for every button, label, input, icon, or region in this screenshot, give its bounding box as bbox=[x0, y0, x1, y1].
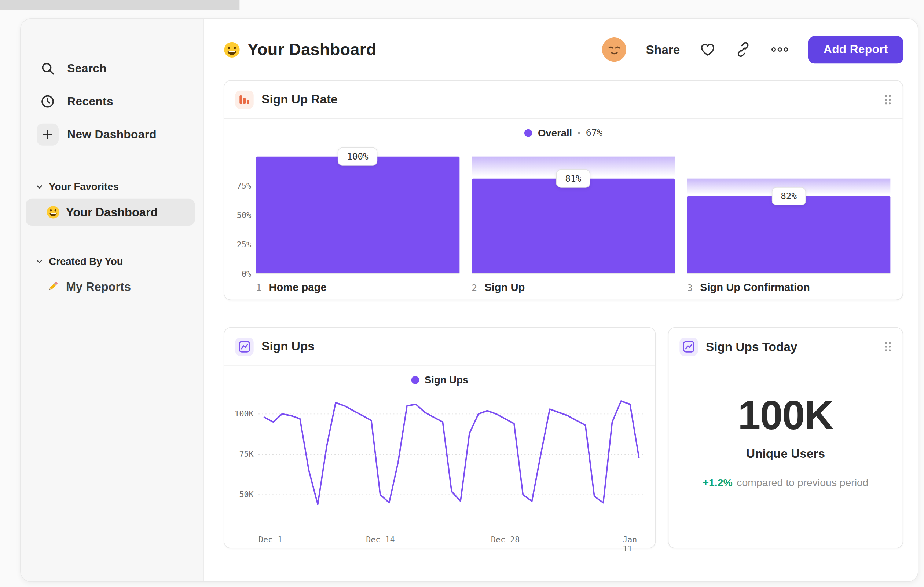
delta-note: compared to previous period bbox=[737, 477, 868, 489]
favorite-heart-icon[interactable] bbox=[700, 41, 715, 57]
card-header: Sign Ups bbox=[224, 327, 655, 365]
sidebar-item-your-dashboard[interactable]: Your Dashboard bbox=[26, 199, 195, 226]
search-icon bbox=[37, 58, 59, 79]
signups-series-line bbox=[264, 401, 639, 504]
step-name: Sign Up Confirmation bbox=[700, 281, 810, 294]
dashboard-row: Sign Ups Sign Ups 100K 75K 50K bbox=[224, 327, 903, 549]
funnel-bar-area: 81% bbox=[472, 157, 675, 274]
legend-label: Sign Ups bbox=[425, 374, 468, 385]
card-title: Sign Up Rate bbox=[261, 93, 337, 106]
grinning-face-emoji-icon bbox=[224, 41, 240, 58]
step-number: 3 bbox=[687, 283, 693, 293]
legend-separator: • bbox=[578, 128, 581, 137]
funnel-step-label: 1 Home page bbox=[256, 281, 459, 294]
line-chart-icon bbox=[680, 337, 698, 356]
grinning-face-emoji-icon bbox=[46, 205, 60, 219]
delta-value: +1.2% bbox=[703, 477, 733, 489]
user-avatar[interactable] bbox=[602, 37, 627, 62]
step-number: 1 bbox=[256, 283, 261, 293]
sign-ups-card: Sign Ups Sign Ups 100K 75K 50K bbox=[224, 327, 656, 549]
drag-handle-icon[interactable] bbox=[884, 341, 892, 352]
card-title: Sign Ups Today bbox=[706, 340, 797, 354]
favorites-section-header[interactable]: Your Favorites bbox=[21, 175, 203, 197]
screen: Search Recents New Dashboard Your Favori… bbox=[0, 0, 924, 587]
sign-up-rate-card: Sign Up Rate Overall • 67% 75% 50% 25% bbox=[224, 80, 903, 300]
metric-value: 100K bbox=[738, 392, 833, 438]
funnel-bar-area: 82% bbox=[687, 157, 890, 274]
x-tick: Dec 1 bbox=[259, 535, 282, 544]
funnel-bar-fill[interactable] bbox=[256, 157, 459, 273]
y-tick: 0% bbox=[242, 269, 251, 278]
sidebar-item-search[interactable]: Search bbox=[21, 52, 203, 85]
pencil-emoji-icon bbox=[46, 280, 60, 293]
x-tick: Dec 14 bbox=[366, 535, 394, 544]
line-chart-icon bbox=[235, 337, 254, 356]
sidebar-item-label: Search bbox=[67, 62, 107, 75]
line-legend[interactable]: Sign Ups bbox=[224, 366, 655, 394]
metric-label: Unique Users bbox=[746, 447, 825, 461]
y-tick: 75% bbox=[237, 181, 251, 190]
app-window: Search Recents New Dashboard Your Favori… bbox=[20, 18, 919, 582]
funnel-step-label: 2 Sign Up bbox=[472, 281, 675, 294]
sign-ups-today-card: Sign Ups Today 100K Unique Users +1.2% c… bbox=[668, 327, 903, 549]
dashboard-header: Your Dashboard Share Add Repor bbox=[224, 19, 903, 80]
funnel-step-column[interactable]: 82% 3 Sign Up Confirmation bbox=[687, 157, 890, 294]
series-color-dot bbox=[524, 129, 532, 137]
funnel-bar-area: 100% bbox=[256, 157, 459, 274]
sidebar-item-label: Your Dashboard bbox=[66, 205, 158, 219]
x-tick: Jan 11 bbox=[623, 535, 637, 553]
created-by-you-section-title: Created By You bbox=[49, 255, 123, 267]
funnel-conversion-chip: 81% bbox=[556, 169, 591, 188]
card-header: Sign Up Rate bbox=[224, 81, 903, 119]
funnel-bar-fill[interactable] bbox=[472, 179, 675, 273]
chevron-down-icon bbox=[36, 183, 44, 191]
legend-value: 67% bbox=[586, 127, 602, 138]
share-button[interactable]: Share bbox=[646, 43, 680, 56]
more-options-icon[interactable] bbox=[771, 46, 789, 53]
main-content: Your Dashboard Share Add Repor bbox=[204, 19, 918, 582]
funnel-legend[interactable]: Overall • 67% bbox=[224, 119, 903, 147]
y-tick: 75K bbox=[228, 450, 254, 459]
sidebar-item-label: My Reports bbox=[66, 280, 131, 294]
funnel-chart-icon bbox=[235, 90, 254, 109]
funnel-step-label: 3 Sign Up Confirmation bbox=[687, 281, 890, 294]
legend-label: Overall bbox=[538, 127, 572, 139]
line-x-axis: Dec 1 Dec 14 Dec 28 Jan 11 bbox=[259, 533, 644, 550]
funnel-chart: 75% 50% 25% 0% 100% bbox=[224, 147, 903, 294]
step-number: 2 bbox=[472, 283, 477, 293]
funnel-bar-fill[interactable] bbox=[687, 196, 890, 273]
line-chart[interactable]: 100K 75K 50K Dec 1 Dec 14 Dec 28 bbox=[259, 397, 644, 550]
x-tick: Dec 28 bbox=[491, 535, 520, 544]
funnel-conversion-chip: 82% bbox=[771, 187, 806, 205]
add-report-button[interactable]: Add Report bbox=[808, 36, 903, 63]
card-header: Sign Ups Today bbox=[668, 327, 903, 365]
favorites-section-title: Your Favorites bbox=[49, 181, 119, 193]
card-title: Sign Ups bbox=[261, 339, 314, 353]
y-tick: 100K bbox=[228, 409, 254, 418]
y-tick: 25% bbox=[237, 240, 251, 249]
funnel-step-column[interactable]: 81% 2 Sign Up bbox=[472, 157, 675, 294]
sidebar: Search Recents New Dashboard Your Favori… bbox=[21, 19, 204, 582]
header-actions: Share Add Report bbox=[602, 36, 903, 63]
step-name: Home page bbox=[269, 281, 326, 294]
sidebar-item-my-reports[interactable]: My Reports bbox=[26, 273, 195, 300]
page-title: Your Dashboard bbox=[248, 40, 376, 59]
copy-link-icon[interactable] bbox=[735, 41, 751, 57]
sidebar-item-recents[interactable]: Recents bbox=[21, 85, 203, 118]
background-window-edge bbox=[0, 0, 239, 10]
funnel-step-column[interactable]: 100% 1 Home page bbox=[256, 157, 459, 294]
chevron-down-icon bbox=[36, 257, 44, 265]
created-by-you-section-header[interactable]: Created By You bbox=[21, 250, 203, 272]
y-tick: 50% bbox=[237, 211, 251, 220]
funnel-y-axis: 75% 50% 25% 0% bbox=[228, 157, 251, 274]
clock-icon bbox=[37, 91, 59, 112]
series-color-dot bbox=[411, 376, 419, 384]
sidebar-item-label: Recents bbox=[67, 95, 113, 108]
y-tick: 50K bbox=[228, 490, 254, 499]
plus-icon bbox=[37, 124, 59, 146]
drag-handle-icon[interactable] bbox=[884, 94, 892, 105]
big-number-body: 100K Unique Users +1.2% compared to prev… bbox=[668, 366, 903, 489]
sidebar-item-new-dashboard[interactable]: New Dashboard bbox=[21, 118, 203, 151]
line-chart-svg[interactable] bbox=[259, 397, 644, 529]
funnel-conversion-chip: 100% bbox=[338, 147, 377, 166]
